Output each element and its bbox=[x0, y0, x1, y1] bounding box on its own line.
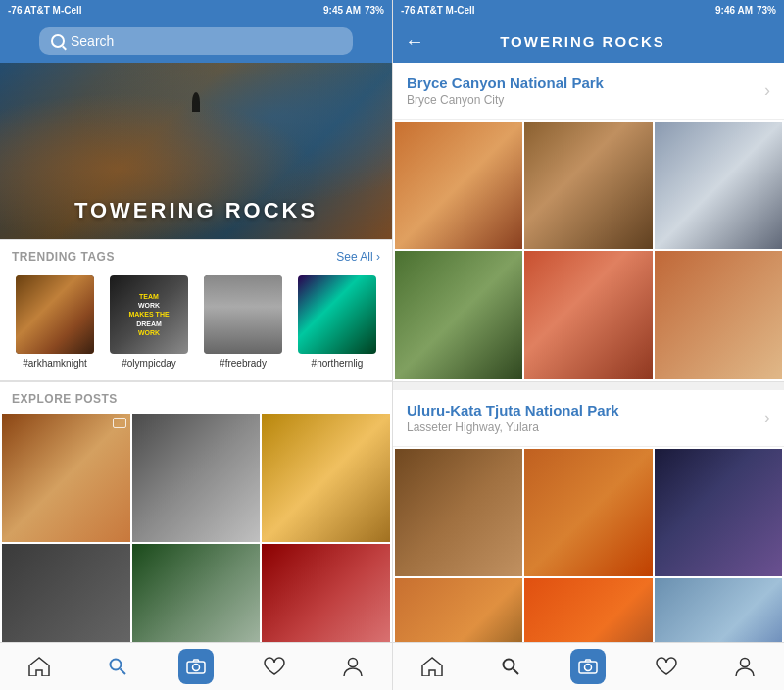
tag-thumb-northern bbox=[298, 275, 376, 354]
bryce-canyon-name: Bryce Canyon National Park bbox=[407, 74, 764, 91]
search-nav-icon-right bbox=[501, 657, 520, 676]
nav-home-right[interactable] bbox=[411, 645, 454, 688]
home-icon bbox=[28, 657, 50, 676]
explore-posts-section: EXPLORE POSTS bbox=[0, 380, 392, 642]
svg-line-6 bbox=[513, 669, 518, 675]
nav-search-right[interactable] bbox=[489, 645, 532, 688]
nav-heart-left[interactable] bbox=[253, 645, 296, 688]
explore-grid bbox=[0, 412, 392, 642]
uluru-photo-3[interactable] bbox=[655, 449, 782, 576]
bryce-photo-4[interactable] bbox=[395, 251, 522, 378]
left-battery: 73% bbox=[365, 5, 384, 16]
trending-tags-list: #arkhamknight TEAMWORKMAKES THEDREAMWORK… bbox=[0, 270, 392, 380]
profile-icon-right bbox=[735, 656, 755, 677]
hero-title: TOWERING ROCKS bbox=[74, 198, 318, 223]
heart-icon-right bbox=[656, 657, 677, 676]
left-time: 9:45 AM bbox=[323, 5, 361, 16]
left-status-right: 9:45 AM 73% bbox=[323, 5, 384, 16]
camera-icon-right bbox=[578, 659, 598, 674]
nav-camera-left[interactable] bbox=[174, 645, 218, 688]
uluru-grid bbox=[393, 447, 784, 642]
right-carrier-text: -76 AT&T M-Cell bbox=[401, 5, 475, 16]
tag-item-freebrady[interactable]: #freebrady bbox=[200, 275, 286, 369]
nav-profile-right[interactable] bbox=[723, 645, 766, 688]
svg-point-5 bbox=[503, 660, 514, 670]
search-bar[interactable]: Search bbox=[39, 27, 353, 55]
right-phone-panel: -76 AT&T M-Cell 9:46 AM 73% ← TOWERING R… bbox=[392, 0, 784, 690]
right-carrier: -76 AT&T M-Cell bbox=[401, 5, 475, 16]
heart-icon bbox=[264, 657, 285, 676]
right-battery: 73% bbox=[757, 5, 776, 16]
explore-cell-6[interactable] bbox=[262, 544, 390, 642]
bryce-canyon-sub: Bryce Canyon City bbox=[407, 93, 764, 107]
tag-label-freebrady: #freebrady bbox=[220, 358, 267, 369]
section-divider bbox=[393, 382, 784, 390]
bryce-photo-5[interactable] bbox=[524, 251, 652, 378]
left-carrier-text: -76 AT&T M-Cell bbox=[8, 5, 82, 16]
uluru-photo-6[interactable] bbox=[655, 578, 782, 642]
svg-point-8 bbox=[585, 665, 592, 671]
video-indicator-1 bbox=[113, 418, 126, 428]
uluru-photo-4[interactable] bbox=[395, 578, 522, 642]
right-status-bar: -76 AT&T M-Cell 9:46 AM 73% bbox=[393, 0, 784, 20]
bryce-photo-6[interactable] bbox=[655, 251, 782, 378]
search-icon bbox=[51, 34, 65, 48]
uluru-section: Uluru-Kata Tjuta National Park Lasseter … bbox=[393, 390, 784, 642]
bryce-photo-3[interactable] bbox=[655, 122, 782, 249]
bryce-canyon-grid bbox=[393, 120, 784, 381]
explore-cell-4[interactable] bbox=[2, 544, 130, 642]
camera-icon-wrap bbox=[178, 649, 214, 684]
svg-line-1 bbox=[121, 669, 126, 675]
search-placeholder: Search bbox=[71, 33, 114, 49]
svg-point-3 bbox=[193, 665, 200, 671]
right-top-bar: ← TOWERING ROCKS bbox=[393, 20, 784, 63]
nav-profile-left[interactable] bbox=[331, 645, 374, 688]
right-bottom-nav bbox=[393, 642, 784, 690]
uluru-photo-2[interactable] bbox=[524, 449, 652, 576]
tag-item-arkham[interactable]: #arkhamknight bbox=[12, 275, 98, 369]
bryce-photo-2[interactable] bbox=[524, 122, 652, 249]
bryce-canyon-info: Bryce Canyon National Park Bryce Canyon … bbox=[407, 74, 764, 107]
explore-cell-2[interactable] bbox=[132, 414, 261, 542]
explore-label: EXPLORE POSTS bbox=[12, 392, 118, 406]
tag-thumb-olympic: TEAMWORKMAKES THEDREAMWORK bbox=[110, 275, 188, 354]
nav-home-left[interactable] bbox=[18, 645, 61, 688]
tag-item-northern[interactable]: #northernlig bbox=[294, 275, 380, 369]
search-nav-icon bbox=[108, 657, 127, 676]
hero-banner[interactable]: TOWERING ROCKS bbox=[0, 63, 392, 239]
home-icon-right bbox=[421, 657, 443, 676]
left-scroll-content: TOWERING ROCKS TRENDING TAGS See All › #… bbox=[0, 63, 392, 642]
explore-cell-5[interactable] bbox=[132, 544, 261, 642]
right-scroll-content: Bryce Canyon National Park Bryce Canyon … bbox=[393, 63, 784, 642]
tag-label-arkham: #arkhamknight bbox=[23, 358, 87, 369]
nav-heart-right[interactable] bbox=[645, 645, 688, 688]
uluru-header[interactable]: Uluru-Kata Tjuta National Park Lasseter … bbox=[393, 390, 784, 447]
svg-point-9 bbox=[741, 659, 750, 667]
explore-cell-1[interactable] bbox=[2, 414, 130, 542]
uluru-photo-5[interactable] bbox=[524, 578, 652, 642]
explore-cell-3[interactable] bbox=[262, 414, 390, 542]
camera-icon-wrap-right bbox=[570, 649, 606, 684]
uluru-name: Uluru-Kata Tjuta National Park bbox=[407, 402, 764, 419]
back-button[interactable]: ← bbox=[405, 30, 424, 53]
camera-icon bbox=[186, 659, 206, 674]
tag-thumb-arkham bbox=[16, 275, 94, 354]
left-top-bar[interactable]: Search bbox=[0, 20, 392, 63]
nav-camera-right[interactable] bbox=[566, 645, 610, 688]
tag-label-northern: #northernlig bbox=[312, 358, 364, 369]
profile-icon bbox=[343, 656, 363, 677]
tag-item-olympic[interactable]: TEAMWORKMAKES THEDREAMWORK #olympicday bbox=[106, 275, 192, 369]
bryce-photo-1[interactable] bbox=[395, 122, 522, 249]
bryce-chevron-icon: › bbox=[764, 80, 770, 101]
left-phone-panel: -76 AT&T M-Cell 9:45 AM 73% Search TOWER… bbox=[0, 0, 392, 690]
uluru-sub: Lasseter Highway, Yulara bbox=[407, 420, 764, 434]
right-panel-title: TOWERING ROCKS bbox=[436, 33, 729, 50]
teamwork-overlay: TEAMWORKMAKES THEDREAMWORK bbox=[124, 288, 172, 340]
see-all-button[interactable]: See All › bbox=[336, 250, 380, 264]
uluru-chevron-icon: › bbox=[764, 408, 770, 428]
tag-thumb-freebrady bbox=[204, 275, 282, 354]
nav-search-left[interactable] bbox=[96, 645, 139, 688]
uluru-photo-1[interactable] bbox=[395, 449, 522, 576]
left-bottom-nav bbox=[0, 642, 392, 690]
bryce-canyon-header[interactable]: Bryce Canyon National Park Bryce Canyon … bbox=[393, 63, 784, 120]
